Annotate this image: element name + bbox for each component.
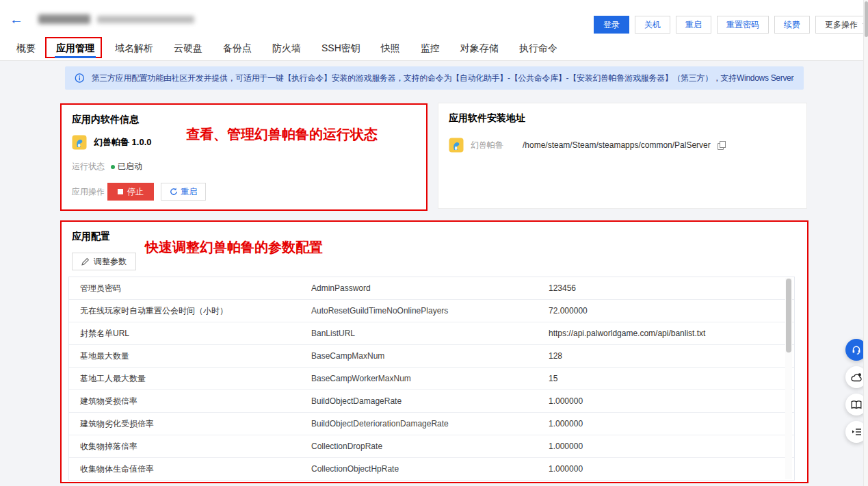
table-row: 建筑物劣化受损倍率 BuildObjectDeteriorationDamage… xyxy=(69,413,794,435)
param-label-cn: 基地最大数量 xyxy=(69,350,311,362)
param-value: 1.000000 xyxy=(549,396,794,406)
param-label-cn: 收集物掉落倍率 xyxy=(69,441,311,452)
param-label-cn: 建筑物劣化受损倍率 xyxy=(69,418,311,430)
param-key: BuildObjectDamageRate xyxy=(311,396,549,406)
table-row: 管理员密码 AdminPassword 123456 xyxy=(69,277,794,300)
table-row: 建筑物受损倍率 BuildObjectDamageRate 1.000000 xyxy=(69,390,794,413)
stop-square-icon xyxy=(118,189,123,194)
more-actions-button[interactable]: 更多操作 xyxy=(815,16,868,34)
table-row: 收集物掉落倍率 CollectionDropRate 1.000000 xyxy=(69,435,794,458)
param-label-cn: 管理员密码 xyxy=(69,283,311,294)
install-path: /home/steam/Steam/steamapps/common/PalSe… xyxy=(523,140,711,150)
status-badge: 已启动 xyxy=(111,161,142,172)
status-label: 运行状态 xyxy=(72,161,105,172)
param-key: BuildObjectDeteriorationDamageRate xyxy=(311,419,549,429)
reset-password-button[interactable]: 重置密码 xyxy=(717,16,769,34)
param-value: https://api.palworldgame.com/api/banlist… xyxy=(549,329,794,338)
param-label-cn: 建筑物受损倍率 xyxy=(69,396,311,407)
page-header: ← 登录 关机 重启 重置密码 续费 更多操作 概要 应用管理 xyxy=(0,0,863,61)
param-value: 72.000000 xyxy=(549,306,794,316)
app-identity-row: 幻兽帕鲁 1.0.0 xyxy=(72,135,152,150)
tab-overview[interactable]: 概要 xyxy=(15,36,37,60)
param-key: CollectionObjectHpRate xyxy=(311,464,549,474)
install-card-title: 应用软件安装地址 xyxy=(449,112,525,125)
install-path-row: 幻兽帕鲁 /home/steam/Steam/steamapps/common/… xyxy=(449,138,726,153)
config-title: 应用配置 xyxy=(72,231,110,243)
tab-domain-resolution[interactable]: 域名解析 xyxy=(114,36,155,60)
param-value: 123456 xyxy=(549,283,794,293)
app-name-version: 幻兽帕鲁 1.0.0 xyxy=(94,136,152,149)
header-action-buttons: 登录 关机 重启 重置密码 续费 更多操作 xyxy=(594,16,868,34)
page-scrollbar-thumb[interactable] xyxy=(865,1,868,37)
table-row: 无在线玩家时自动重置公会时间（小时） AutoResetGuildTimeNoO… xyxy=(69,300,794,322)
param-key: BaseCampWorkerMaxNum xyxy=(311,374,549,383)
table-row: 封禁名单URL BanListURL https://api.palworldg… xyxy=(69,322,794,345)
instance-name-redacted xyxy=(38,14,90,24)
copy-icon[interactable] xyxy=(718,141,726,150)
adjust-params-button[interactable]: 调整参数 xyxy=(72,253,136,270)
install-address-card: 应用软件安装地址 幻兽帕鲁 /home/steam/Steam/steamapp… xyxy=(438,103,807,209)
table-row: 基地工人最大数量 BaseCampWorkerMaxNum 15 xyxy=(69,368,794,390)
list-lines-icon xyxy=(852,428,862,436)
login-button[interactable]: 登录 xyxy=(594,16,629,34)
tab-snapshot[interactable]: 快照 xyxy=(380,36,402,60)
refresh-icon xyxy=(170,188,178,196)
renew-button[interactable]: 续费 xyxy=(774,16,810,34)
param-key: BaseCampMaxNum xyxy=(311,351,549,361)
tab-bar: 概要 应用管理 域名解析 云硬盘 备份点 防火墙 xyxy=(15,36,559,60)
param-key: BanListURL xyxy=(311,329,549,338)
app-operation-buttons: 停止 重启 xyxy=(107,183,206,201)
open-book-icon xyxy=(851,400,862,409)
shutdown-button[interactable]: 关机 xyxy=(635,16,670,34)
tab-backup-point[interactable]: 备份点 xyxy=(222,36,253,60)
param-key: AutoResetGuildTimeNoOnlinePlayers xyxy=(311,306,549,316)
stop-label: 停止 xyxy=(127,186,144,198)
more-actions-label: 更多操作 xyxy=(825,19,858,31)
palworld-app-icon xyxy=(449,138,464,153)
back-arrow-icon[interactable]: ← xyxy=(10,11,23,27)
info-banner: 第三方应用配置功能由社区开发并提供，可适用于一键【执行命令】安装的游戏服务器，支… xyxy=(65,66,804,90)
restart-app-button[interactable]: 重启 xyxy=(161,183,206,201)
tab-firewall[interactable]: 防火墙 xyxy=(271,36,302,60)
param-value: 1.000000 xyxy=(549,464,794,474)
table-row: 基地最大数量 BaseCampMaxNum 128 xyxy=(69,345,794,368)
instance-subtitle-redacted xyxy=(97,16,194,23)
restart-server-button[interactable]: 重启 xyxy=(676,16,711,34)
lighthouse-console-page: ← 登录 关机 重启 重置密码 续费 更多操作 概要 应用管理 xyxy=(0,0,868,486)
palworld-app-icon xyxy=(72,135,87,150)
adjust-params-label: 调整参数 xyxy=(94,256,127,268)
software-info-card: 应用内软件信息 幻兽帕鲁 1.0.0 查看、管理幻兽帕鲁的运行状态 运行状态 已… xyxy=(60,103,428,211)
cloud-bell-icon xyxy=(851,372,863,383)
table-scrollbar[interactable] xyxy=(785,278,792,479)
pencil-icon xyxy=(81,257,90,266)
tab-app-management[interactable]: 应用管理 xyxy=(55,36,96,60)
restart-label: 重启 xyxy=(181,186,198,198)
table-scrollbar-thumb[interactable] xyxy=(786,279,791,353)
param-key: CollectionDropRate xyxy=(311,442,549,451)
param-value: 1.000000 xyxy=(549,442,794,451)
status-value: 已启动 xyxy=(118,161,142,172)
status-dot-icon xyxy=(111,165,115,169)
annotation-run-status: 查看、管理幻兽帕鲁的运行状态 xyxy=(186,125,378,144)
headset-icon xyxy=(851,344,862,355)
param-value: 1.000000 xyxy=(549,419,794,429)
tab-cloud-disk[interactable]: 云硬盘 xyxy=(172,36,204,60)
stop-app-button[interactable]: 停止 xyxy=(107,183,154,201)
table-row: 收集物体生命值倍率 CollectionObjectHpRate 1.00000… xyxy=(69,458,794,481)
annotation-config: 快速调整幻兽帕鲁的参数配置 xyxy=(145,238,323,257)
tab-monitoring[interactable]: 监控 xyxy=(419,36,441,60)
tab-ssh-key[interactable]: SSH密钥 xyxy=(320,36,362,60)
param-value: 128 xyxy=(549,351,794,361)
param-label-cn: 基地工人最大数量 xyxy=(69,373,311,385)
info-icon xyxy=(75,73,85,84)
install-app-name: 幻兽帕鲁 xyxy=(471,140,503,151)
tab-object-storage[interactable]: 对象存储 xyxy=(459,36,500,60)
param-value: 15 xyxy=(549,374,794,383)
page-scrollbar[interactable] xyxy=(863,0,868,486)
param-key: AdminPassword xyxy=(311,283,549,293)
tab-run-command[interactable]: 执行命令 xyxy=(518,36,559,60)
param-label-cn: 收集物体生命值倍率 xyxy=(69,463,311,475)
banner-text: 第三方应用配置功能由社区开发并提供，可适用于一键【执行命令】安装的游戏服务器，支… xyxy=(92,73,794,84)
param-label-cn: 封禁名单URL xyxy=(69,328,311,340)
config-table: 管理员密码 AdminPassword 123456 无在线玩家时自动重置公会时… xyxy=(68,277,795,481)
